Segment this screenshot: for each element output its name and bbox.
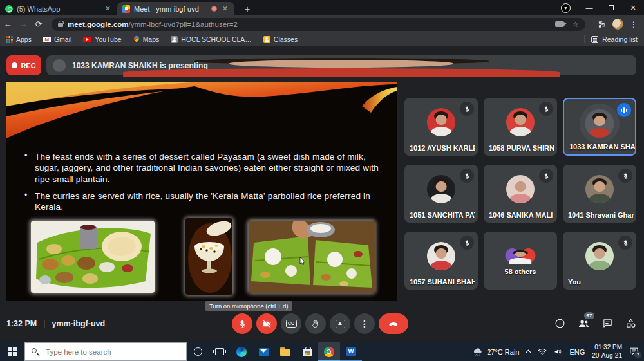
divider: |: [43, 319, 45, 328]
classroom-icon: [171, 36, 178, 43]
present-icon: [336, 320, 345, 328]
wifi-icon[interactable]: [538, 348, 547, 355]
tab-close-icon[interactable]: ✕: [221, 5, 229, 13]
tile-suhani[interactable]: 1057 SUHANI SHAH: [404, 232, 478, 290]
participant-grid: 1012 AYUSH KARLE… 1058 PURVA SHIRN… 1033…: [404, 98, 636, 290]
new-tab-button[interactable]: +: [241, 3, 254, 15]
forward-button[interactable]: →: [15, 19, 31, 29]
tile-shravani[interactable]: 1041 Shravani Gharat: [563, 165, 636, 223]
edge-button[interactable]: [231, 342, 252, 361]
language-indicator[interactable]: ENG: [569, 348, 585, 356]
tab-meet[interactable]: Meet - ymm-ibgf-uvd ✕: [117, 2, 234, 15]
overflow-avatars: [506, 248, 536, 263]
mic-off-button[interactable]: [232, 313, 252, 334]
participant-name: 58 others: [484, 268, 557, 275]
close-button[interactable]: ✕: [622, 0, 644, 15]
tile-purva[interactable]: 1058 PURVA SHIRN…: [484, 98, 557, 156]
reload-button[interactable]: ⟳: [31, 19, 46, 29]
bookmark-youtube[interactable]: YouTube: [77, 35, 127, 43]
raise-hand-button[interactable]: [305, 313, 326, 334]
tile-you[interactable]: You: [563, 232, 636, 290]
action-center-button[interactable]: 7: [629, 347, 639, 356]
tray-expand-icon[interactable]: [526, 349, 532, 356]
notification-count-badge: 7: [634, 351, 641, 358]
present-button[interactable]: [330, 313, 350, 334]
bookmark-hocl-school[interactable]: HOCL SCHOOL CLA…: [165, 35, 258, 43]
banana-leaf-serving-photo: [249, 221, 375, 293]
slide-bullet: The feast ends with a series of dessert …: [24, 151, 386, 185]
bookmark-label: Apps: [16, 35, 32, 43]
address-bar[interactable]: meet.google.com/ymm-ibgf-uvd?pli=1&authu…: [52, 18, 585, 31]
tile-ayush[interactable]: 1012 AYUSH KARLE…: [404, 98, 478, 156]
reading-list-button[interactable]: Reading list: [584, 35, 644, 43]
tile-sanchita[interactable]: 1051 SANCHITA PAT…: [404, 165, 478, 223]
tile-sanika[interactable]: 1046 SANIKA MALI: [484, 165, 557, 223]
folder-icon: [280, 349, 290, 356]
bookmark-label: YouTube: [95, 35, 121, 43]
participant-name: 1033 KAMRAN SHA…: [569, 143, 635, 151]
participant-name: 1057 SUHANI SHAH: [410, 278, 475, 286]
mail-button[interactable]: [252, 342, 274, 361]
task-view-button[interactable]: [209, 342, 231, 361]
file-explorer-button[interactable]: [274, 342, 296, 361]
back-button[interactable]: ←: [0, 19, 15, 29]
presenter-avatar: [53, 59, 66, 72]
task-view-icon: [215, 348, 224, 355]
profile-avatar[interactable]: [612, 19, 623, 30]
tile-kamran-speaking[interactable]: 1033 KAMRAN SHA…: [563, 98, 636, 156]
camera-in-use-icon[interactable]: [555, 21, 564, 27]
browser-menu-icon[interactable]: ⋮: [630, 20, 638, 29]
captions-button[interactable]: CC: [281, 313, 301, 334]
bookmark-star-icon[interactable]: ☆: [572, 20, 579, 29]
windows-logo-icon: [8, 347, 17, 356]
bookmark-apps[interactable]: Apps: [0, 35, 37, 43]
bookmark-label: Classes: [274, 35, 298, 43]
extensions-icon[interactable]: [597, 20, 606, 29]
mic-off-icon: [539, 169, 553, 183]
meeting-details-button[interactable]: [554, 318, 565, 329]
mail-icon: [259, 348, 269, 356]
youtube-icon: [83, 37, 91, 42]
avatar: [522, 248, 536, 263]
mic-tooltip: Turn on microphone (ctrl + d): [205, 301, 292, 311]
weather-widget[interactable]: 27°C Rain: [473, 347, 519, 356]
end-call-button[interactable]: [379, 313, 408, 334]
avatar: [585, 175, 614, 203]
meeting-footer: 1:32 PM | ymm-ibgf-uvd: [6, 319, 105, 328]
bookmark-gmail[interactable]: MGmail: [37, 35, 77, 43]
minimize-button[interactable]: —: [578, 0, 600, 15]
store-button[interactable]: [296, 342, 318, 361]
mouse-cursor: [299, 257, 306, 266]
activities-button[interactable]: [625, 318, 636, 329]
media-controls-icon[interactable]: ▼: [561, 3, 571, 13]
avatar: [427, 242, 455, 270]
tab-close-icon[interactable]: ✕: [104, 5, 112, 13]
taskbar-search[interactable]: [24, 342, 187, 361]
start-button[interactable]: [0, 342, 24, 361]
bookmark-label: HOCL SCHOOL CLA…: [181, 35, 252, 43]
call-controls: CC ⋮: [232, 313, 408, 334]
participant-name: 1051 SANCHITA PAT…: [410, 211, 475, 219]
volume-icon[interactable]: [554, 348, 562, 355]
participants-button[interactable]: 67: [578, 318, 590, 329]
mic-off-icon: [618, 236, 632, 250]
taskbar-clock[interactable]: 01:32 PM 20-Aug-21: [592, 344, 622, 360]
edge-icon: [236, 347, 247, 357]
more-options-button[interactable]: ⋮: [354, 313, 375, 334]
word-button[interactable]: W: [340, 342, 362, 361]
camera-off-button[interactable]: [256, 313, 277, 334]
chat-button[interactable]: [602, 318, 613, 329]
bookmark-classes[interactable]: Classes: [258, 35, 303, 43]
bookmark-maps[interactable]: Maps: [128, 35, 166, 43]
avatar: [427, 175, 455, 203]
chrome-button[interactable]: [318, 342, 340, 361]
rec-dot-icon: [12, 62, 17, 68]
taskbar-search-input[interactable]: [25, 343, 186, 360]
cortana-button[interactable]: [187, 342, 209, 361]
restore-button[interactable]: [600, 0, 622, 15]
gmail-icon: M: [43, 37, 51, 42]
tab-whatsapp[interactable]: (5) WhatsApp ✕: [0, 2, 117, 15]
bookmarks-bar: Apps MGmail YouTube Maps HOCL SCHOOL CLA…: [0, 33, 644, 46]
tile-others[interactable]: 58 others: [484, 232, 557, 290]
captions-icon: CC: [286, 320, 297, 328]
